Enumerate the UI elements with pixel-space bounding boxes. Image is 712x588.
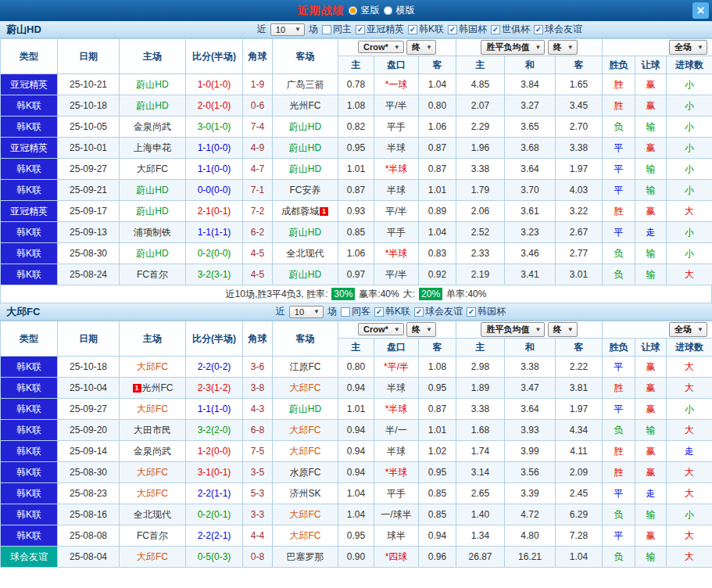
final-avg-select[interactable]: 终▼ <box>548 40 578 55</box>
competition-filter-label[interactable]: 世俱杯 <box>502 23 530 36</box>
scope-select[interactable]: 全场▼ <box>669 40 707 55</box>
team-name-link[interactable]: 大田市民 <box>134 425 171 436</box>
horizontal-layout-radio[interactable] <box>384 6 392 15</box>
vertical-layout-label[interactable]: 竖版 <box>361 4 380 17</box>
home-team-cell: FC首尔 <box>120 525 186 547</box>
team-name-link[interactable]: 大邱FC <box>137 551 168 562</box>
team-name-link[interactable]: 大邱FC <box>137 361 168 372</box>
final-handicap-select[interactable]: 终▼ <box>406 40 436 55</box>
team-name-link[interactable]: 大邱FC <box>137 163 168 174</box>
final-handicap-select[interactable]: 终▼ <box>406 322 436 337</box>
competition-filter[interactable]: ✓亚冠精英 <box>356 23 404 36</box>
checkbox-checked-icon[interactable]: ✓ <box>467 307 476 317</box>
team-name-link[interactable]: 金泉尚武 <box>134 446 171 457</box>
horizontal-layout-label[interactable]: 横版 <box>396 4 415 17</box>
team-name-link[interactable]: 蔚山HD <box>289 227 321 238</box>
checkbox-checked-icon[interactable]: ✓ <box>534 25 543 34</box>
avg-odds-select[interactable]: 胜平负均值▼ <box>481 40 545 55</box>
col-away: 客场 <box>273 39 338 74</box>
home-team-cell: 蔚山HD <box>120 95 186 117</box>
team-name-link[interactable]: 江原FC <box>290 361 321 372</box>
team-name-link[interactable]: 蔚山HD <box>136 248 168 259</box>
team-name-link[interactable]: 大邱FC <box>290 425 321 436</box>
checkbox-checked-icon[interactable]: ✓ <box>374 307 384 317</box>
team-name-link[interactable]: 大邱FC <box>290 382 321 393</box>
team-name-link[interactable]: 广岛三箭 <box>287 79 324 90</box>
team-name-link[interactable]: 蔚山HD <box>136 79 168 90</box>
team-name-link[interactable]: 光州FC <box>290 100 321 111</box>
same-home-filter[interactable]: 同主 <box>322 23 352 36</box>
daegu-results-table: 类型 日期 主场 比分(半场) 角球 客场 Crow*▼ 终▼ 胜平负均值▼ 终… <box>0 321 712 568</box>
team-name-link[interactable]: 浦项制铁 <box>134 227 171 238</box>
competition-filter-label[interactable]: 亚冠精英 <box>367 23 404 36</box>
team-name-link[interactable]: 成都蓉城 <box>281 206 319 217</box>
competition-filter[interactable]: ✓韩国杯 <box>467 305 506 318</box>
team-name-link[interactable]: 全北现代 <box>134 509 171 520</box>
team-name-link[interactable]: 光州FC <box>142 382 174 393</box>
competition-filter[interactable]: ✓球会友谊 <box>534 23 582 36</box>
team-name-link[interactable]: 上海申花 <box>134 142 171 153</box>
team-name-link[interactable]: 金泉尚武 <box>134 121 171 132</box>
checkbox-checked-icon[interactable]: ✓ <box>491 25 500 34</box>
bookmaker-select[interactable]: Crow*▼ <box>358 323 404 335</box>
close-button[interactable]: ✕ <box>692 2 709 19</box>
team-name-link[interactable]: 全北现代 <box>287 248 324 259</box>
scope-select[interactable]: 全场▼ <box>669 322 707 337</box>
handicap-odds-home: 0.82 <box>338 117 374 138</box>
team-name-link[interactable]: 大邱FC <box>290 446 321 457</box>
team-name-link[interactable]: 蔚山HD <box>136 206 168 217</box>
same-home-label[interactable]: 同主 <box>333 23 352 36</box>
team-name-link[interactable]: 蔚山HD <box>289 142 321 153</box>
competition-filter-label[interactable]: 韩K联 <box>385 305 410 318</box>
team-name-link[interactable]: 巴塞罗那 <box>287 551 324 562</box>
competition-filter-label[interactable]: 韩国杯 <box>478 305 506 318</box>
team-name-link[interactable]: 济州SK <box>289 488 320 499</box>
competition-filter[interactable]: ✓韩K联 <box>374 305 410 318</box>
team-name-link[interactable]: 大邱FC <box>290 530 321 541</box>
team-name-link[interactable]: 大邱FC <box>290 509 321 520</box>
checkbox-unchecked-icon[interactable] <box>322 25 331 34</box>
checkbox-checked-icon[interactable]: ✓ <box>448 25 457 34</box>
team-name-link[interactable]: 蔚山HD <box>289 163 321 174</box>
vertical-layout-radio[interactable] <box>349 6 357 15</box>
team-name-link[interactable]: 水原FC <box>290 467 321 478</box>
competition-filter[interactable]: ✓球会友谊 <box>414 305 463 318</box>
handicap-odds-away: 0.83 <box>419 243 456 264</box>
same-away-label[interactable]: 同客 <box>352 305 370 318</box>
match-count-select[interactable]: 10▼ <box>289 306 324 318</box>
team-name-link[interactable]: 蔚山HD <box>289 403 321 414</box>
team-name-link[interactable]: 大邱FC <box>137 403 168 414</box>
checkbox-checked-icon[interactable]: ✓ <box>356 25 365 34</box>
match-count-select[interactable]: 10▼ <box>270 23 305 36</box>
team-name-link[interactable]: 蔚山HD <box>136 185 168 195</box>
handicap-line: 平手 <box>374 117 419 138</box>
same-away-filter[interactable]: 同客 <box>341 305 370 318</box>
checkbox-unchecked-icon[interactable] <box>341 307 350 317</box>
team-name-link[interactable]: FC首尔 <box>137 269 168 280</box>
team-name-link[interactable]: 蔚山HD <box>289 121 321 132</box>
competition-filter[interactable]: ✓世俱杯 <box>491 23 530 36</box>
match-date: 25-08-23 <box>58 483 120 504</box>
competition-filter-label[interactable]: 球会友谊 <box>545 23 582 36</box>
competition-filter-label[interactable]: 球会友谊 <box>425 305 463 318</box>
result-wdl: 负 <box>603 264 635 285</box>
competition-filter-label[interactable]: 韩国杯 <box>459 23 487 36</box>
final-avg-select[interactable]: 终▼ <box>548 322 578 337</box>
team-name-link[interactable]: 大邱FC <box>137 488 168 499</box>
checkbox-checked-icon[interactable]: ✓ <box>408 25 417 34</box>
bookmaker-select[interactable]: Crow*▼ <box>358 41 404 53</box>
competition-filter[interactable]: ✓韩国杯 <box>448 23 487 36</box>
avg-odds-home: 2.06 <box>456 201 505 222</box>
handicap-line: 一/球半 <box>374 504 419 525</box>
avg-odds-select[interactable]: 胜平负均值▼ <box>481 322 545 337</box>
near-label: 近 <box>276 305 285 318</box>
competition-filter[interactable]: ✓韩K联 <box>408 23 444 36</box>
team-name-link[interactable]: 蔚山HD <box>289 269 321 280</box>
team-name-link[interactable]: 大邱FC <box>137 467 168 478</box>
handicap-odds-away: 1.04 <box>419 74 456 95</box>
checkbox-checked-icon[interactable]: ✓ <box>414 307 424 317</box>
competition-filter-label[interactable]: 韩K联 <box>419 23 444 36</box>
team-name-link[interactable]: FC安养 <box>290 185 321 195</box>
team-name-link[interactable]: FC首尔 <box>137 530 168 541</box>
team-name-link[interactable]: 蔚山HD <box>136 100 168 111</box>
